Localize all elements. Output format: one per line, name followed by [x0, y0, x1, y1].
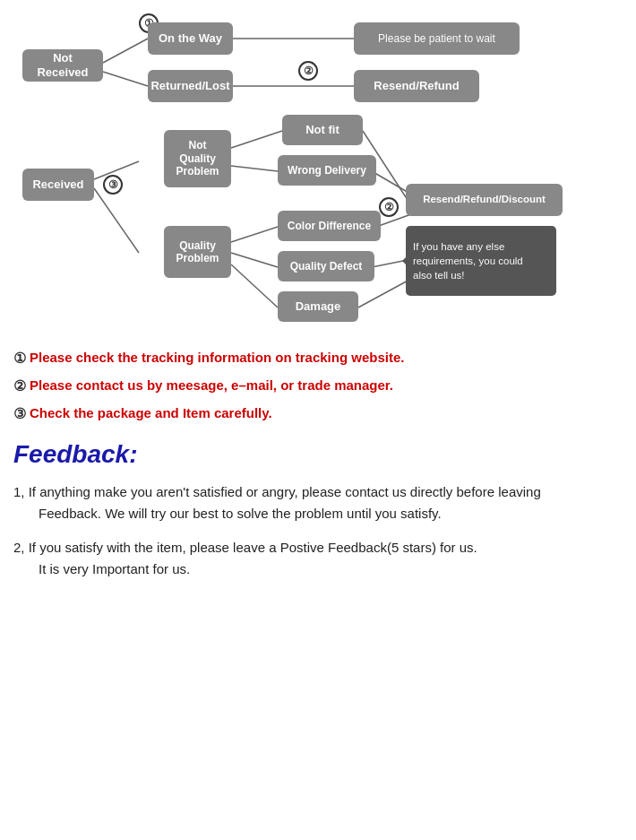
svg-line-0	[103, 39, 148, 63]
instruction-item-1: ① Please check the tracking information …	[13, 350, 623, 367]
svg-line-5	[94, 188, 139, 253]
box-damage: Damage	[278, 291, 358, 322]
instruction-item-3: ③ Check the package and Item carefully.	[13, 405, 623, 422]
box-not-received: Not Received	[22, 49, 103, 82]
box-resend-refund-top: Resend/Refund	[354, 70, 479, 102]
box-wrong-delivery: Wrong Delivery	[278, 155, 376, 186]
feedback-item-2-main: 2, If you satisfy with the item, please …	[13, 540, 477, 555]
box-not-fit: Not fit	[282, 115, 363, 145]
instruction-num-2: ②	[13, 377, 26, 394]
flowchart: ① Not Received On the Way Returned/Lost …	[13, 9, 623, 341]
box-quality-problem: QualityProblem	[164, 226, 231, 278]
instruction-num-3: ③	[13, 405, 26, 422]
svg-line-6	[231, 131, 282, 148]
svg-line-8	[231, 227, 278, 242]
feedback-item-1: 1, If anything make you aren't satisfied…	[13, 481, 623, 524]
circle-2-mid: ②	[379, 197, 399, 217]
box-not-quality-problem: NotQualityProblem	[164, 130, 231, 187]
feedback-item-1-indent: Feedback. We will try our best to solve …	[39, 503, 623, 524]
box-color-difference: Color Difference	[278, 211, 381, 241]
circle-3: ③	[103, 175, 123, 195]
instruction-item-2: ② Please contact us by meesage, e–mail, …	[13, 377, 623, 394]
svg-line-9	[231, 253, 278, 267]
feedback-item-1-main: 1, If anything make you aren't satisfied…	[13, 484, 541, 499]
instruction-text-1: Please check the tracking information on…	[30, 350, 404, 365]
instruction-text-2: Please contact us by meesage, e–mail, or…	[30, 377, 393, 393]
feedback-title: Feedback:	[13, 440, 623, 469]
instructions-section: ① Please check the tracking information …	[13, 350, 623, 422]
instruction-text-3: Check the package and Item carefully.	[30, 405, 272, 420]
box-patient-wait: Please be patient to wait	[354, 22, 520, 55]
tip-box: If you have any elserequirements, you co…	[406, 226, 556, 296]
circle-2-top: ②	[298, 61, 318, 81]
instruction-num-1: ①	[13, 350, 26, 367]
box-received: Received	[22, 169, 94, 201]
svg-line-1	[103, 72, 148, 86]
feedback-item-2-indent: It is very Important for us.	[39, 559, 623, 580]
feedback-section: Feedback: 1, If anything make you aren't…	[13, 440, 623, 580]
box-resend-refund-discount: Resend/Refund/Discount	[406, 184, 563, 216]
svg-line-10	[231, 264, 278, 307]
svg-line-7	[231, 166, 278, 171]
feedback-item-2: 2, If you satisfy with the item, please …	[13, 537, 623, 580]
box-quality-defect: Quality Defect	[278, 251, 374, 281]
box-on-the-way: On the Way	[148, 22, 233, 55]
box-returned-lost: Returned/Lost	[148, 70, 233, 102]
